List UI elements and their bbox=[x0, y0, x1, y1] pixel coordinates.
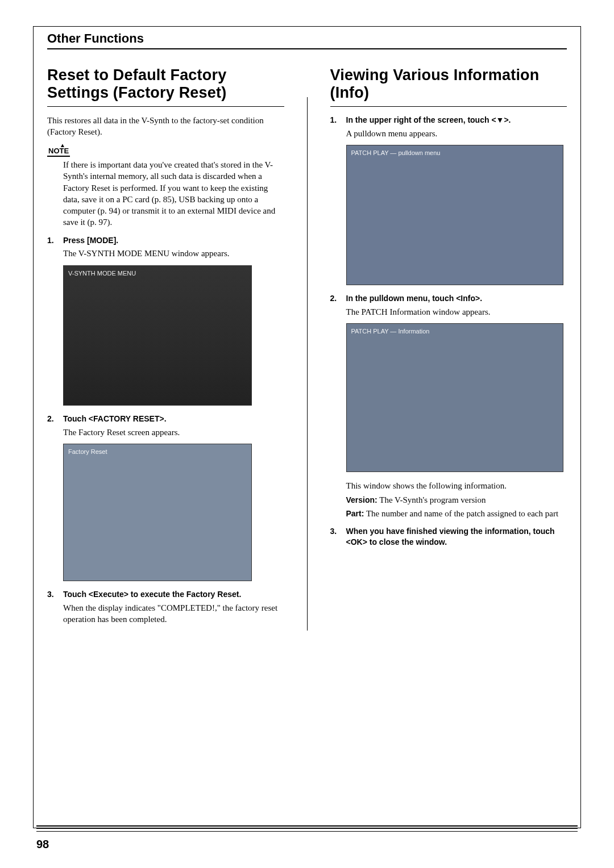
note-label: ▲ NOTE bbox=[47, 146, 70, 157]
right-column: Viewing Various Information (Info) 1. In… bbox=[330, 66, 567, 631]
right-article-title: Viewing Various Information (Info) bbox=[330, 66, 567, 102]
right-step-3: 3. When you have finished viewing the in… bbox=[330, 526, 567, 548]
page-frame: Other Functions Reset to Default Factory… bbox=[33, 26, 581, 828]
screenshot-label: Factory Reset bbox=[68, 448, 107, 456]
right-step-2: 2. In the pulldown menu, touch <Info>. T… bbox=[330, 293, 567, 318]
step-body: A pulldown menu appears. bbox=[346, 128, 567, 139]
left-step-3: 3. Touch <Execute> to execute the Factor… bbox=[47, 589, 284, 625]
footer-rule bbox=[36, 825, 578, 832]
right-title-line2: (Info) bbox=[330, 84, 370, 101]
page-inner: Other Functions Reset to Default Factory… bbox=[47, 31, 567, 817]
step-heading: Touch <FACTORY RESET>. bbox=[63, 414, 167, 424]
section-heading-bar: Other Functions bbox=[47, 31, 567, 49]
step-body: The V-SYNTH MODE MENU window appears. bbox=[63, 248, 284, 259]
version-text: The V-Synth's program version bbox=[377, 495, 486, 504]
left-body: This restores all data in the V-Synth to… bbox=[47, 115, 284, 625]
part-label: Part: bbox=[346, 509, 364, 518]
column-divider bbox=[307, 97, 308, 631]
version-label: Version: bbox=[346, 495, 377, 504]
right-title-line1: Viewing Various Information bbox=[330, 66, 540, 84]
left-column: Reset to Default Factory Settings (Facto… bbox=[47, 66, 284, 631]
step-body: The PATCH Information window appears. bbox=[346, 306, 567, 318]
screenshot-mode-menu: V-SYNTH MODE MENU bbox=[63, 265, 252, 406]
step-number: 3. bbox=[47, 589, 59, 600]
left-intro: This restores all data in the V-Synth to… bbox=[47, 115, 284, 138]
version-line: Version: The V-Synth's program version bbox=[346, 494, 567, 506]
screenshot-label: PATCH PLAY — pulldown menu bbox=[351, 149, 441, 157]
title-rule bbox=[330, 106, 567, 107]
step-number: 1. bbox=[330, 115, 342, 126]
step-heading: In the pulldown menu, touch <Info>. bbox=[346, 293, 483, 304]
step-heading: In the upper right of the screen, touch … bbox=[346, 115, 511, 126]
part-line: Part: The number and name of the patch a… bbox=[346, 508, 567, 519]
step-body: When the display indicates "COMPLETED!,"… bbox=[63, 602, 284, 625]
step-heading: Touch <Execute> to execute the Factory R… bbox=[63, 589, 241, 600]
screenshot-label: V-SYNTH MODE MENU bbox=[68, 269, 136, 278]
section-heading: Other Functions bbox=[47, 31, 144, 45]
screenshot-label: PATCH PLAY — Information bbox=[351, 327, 430, 336]
note-body: If there is important data you've create… bbox=[63, 159, 284, 228]
step-number: 1. bbox=[47, 235, 59, 246]
note-hat-icon: ▲ bbox=[60, 143, 65, 148]
part-text: The number and name of the patch assigne… bbox=[364, 509, 558, 518]
step-number: 2. bbox=[330, 293, 342, 304]
step-heading: When you have finished viewing the infor… bbox=[346, 526, 567, 548]
left-article-title: Reset to Default Factory Settings (Facto… bbox=[47, 66, 284, 102]
right-body: 1. In the upper right of the screen, tou… bbox=[330, 115, 567, 548]
left-title-line1: Reset to Default Factory bbox=[47, 66, 226, 84]
right-step-1: 1. In the upper right of the screen, tou… bbox=[330, 115, 567, 139]
screenshot-info-window: PATCH PLAY — Information bbox=[346, 323, 563, 472]
step-heading: Press [MODE]. bbox=[63, 235, 118, 246]
left-step-1: 1. Press [MODE]. The V-SYNTH MODE MENU w… bbox=[47, 235, 284, 260]
step-number: 2. bbox=[47, 414, 59, 424]
two-column-layout: Reset to Default Factory Settings (Facto… bbox=[47, 66, 567, 631]
screenshot-pulldown: PATCH PLAY — pulldown menu bbox=[346, 145, 563, 285]
screenshot-factory-reset: Factory Reset bbox=[63, 444, 252, 581]
step-number: 3. bbox=[330, 526, 342, 548]
left-title-line2: Settings (Factory Reset) bbox=[47, 84, 226, 101]
note-label-text: NOTE bbox=[48, 147, 69, 155]
page-number: 98 bbox=[36, 838, 49, 851]
step-body: The Factory Reset screen appears. bbox=[63, 427, 284, 438]
after-para: This window shows the following informat… bbox=[346, 480, 567, 491]
left-step-2: 2. Touch <FACTORY RESET>. The Factory Re… bbox=[47, 414, 284, 438]
title-rule bbox=[47, 106, 284, 107]
